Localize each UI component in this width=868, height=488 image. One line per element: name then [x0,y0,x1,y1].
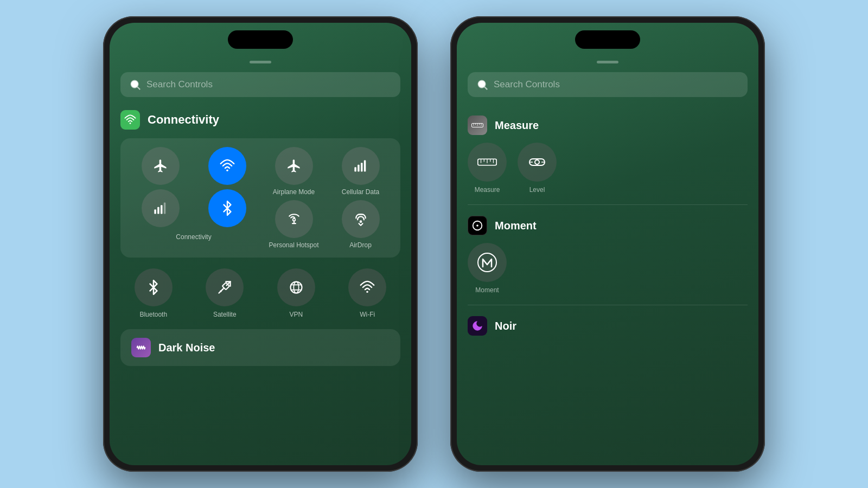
airdrop-icon [353,211,368,227]
vpn-standalone-item[interactable]: VPN [263,268,329,318]
level-app-button[interactable] [518,143,557,182]
measure-app-item[interactable]: Measure [468,143,507,194]
cellular-button[interactable] [142,189,180,227]
svg-rect-11 [363,160,366,172]
bluetooth-standalone-button[interactable] [135,268,173,306]
moment-section-icon [468,216,487,235]
right-search-icon [476,79,488,91]
airdrop-item[interactable]: AirDrop [329,200,392,249]
airplane-standalone-item[interactable]: Airplane Mode [263,147,325,196]
airplane-icon [153,158,168,174]
svg-rect-10 [361,163,363,171]
moment-app-item[interactable]: Moment [468,243,507,294]
connectivity-title: Connectivity [148,113,219,127]
connectivity-group-label: Connectivity [176,233,211,241]
airplane-label: Airplane Mode [273,188,315,196]
right-phone: Search Controls Measu [450,16,765,472]
bluetooth-standalone-item[interactable]: Bluetooth [120,268,187,318]
wifi-standalone-button[interactable] [348,268,386,306]
airplane-button[interactable] [142,147,180,185]
dark-noise-section[interactable]: Dark Noise [120,329,400,366]
hotspot-item[interactable]: Personal Hotspot [263,200,325,249]
ruler-section-icon [471,121,483,129]
connectivity-right-grid: Airplane Mode [263,147,392,249]
connectivity-header: Connectivity [120,110,400,130]
noir-section-icon [468,316,487,336]
svg-rect-9 [358,165,360,172]
airplane-standalone-button[interactable] [275,147,313,185]
svg-line-1 [137,87,140,89]
hotspot-button[interactable] [275,200,313,238]
svg-point-44 [478,253,496,272]
moment-app-label: Moment [475,286,499,294]
dynamic-island [228,30,293,49]
right-search-bar[interactable]: Search Controls [468,72,748,97]
level-icon [528,153,546,171]
measure-section-icon [468,115,487,135]
noir-header: Noir [468,311,748,343]
measure-items-row: Measure Level [468,143,748,201]
svg-point-23 [367,291,369,293]
svg-point-39 [535,160,539,164]
bluetooth-large-icon [146,280,161,295]
right-screen-content: Search Controls Measu [457,23,758,465]
airdrop-button[interactable] [342,200,380,238]
soundwave-icon [135,342,147,354]
svg-point-20 [293,282,298,293]
svg-point-3 [226,169,228,171]
moment-m-icon [477,253,497,272]
vpn-icon [289,280,304,295]
noir-moon-icon [471,320,483,332]
dark-noise-title: Dark Noise [158,342,215,354]
moment-app-button[interactable] [468,243,507,282]
hotspot-icon [286,211,302,227]
svg-point-18 [220,290,222,292]
svg-point-24 [478,81,486,88]
wifi-conn-button[interactable] [208,147,246,185]
vpn-label: VPN [289,311,303,318]
search-icon [129,79,141,91]
moment-title: Moment [495,220,537,232]
noir-section: Noir [468,311,748,343]
left-search-bar[interactable]: Search Controls [120,72,400,97]
cellular-item[interactable] [129,189,192,227]
left-phone: Search Controls Connectivity [103,16,418,472]
dark-noise-icon [131,338,151,357]
cellular-data-item[interactable]: Cellular Data [329,147,392,196]
wifi-section-icon [124,114,136,126]
cellular-data-label: Cellular Data [342,188,379,196]
drag-indicator [250,61,271,63]
moment-section: Moment Moment [468,210,748,305]
connectivity-left-grid: Connectivity [129,147,258,249]
left-screen-content: Search Controls Connectivity [110,23,411,465]
airplane-item[interactable] [129,147,192,185]
bluetooth-conn-icon [220,201,235,216]
level-app-item[interactable]: Level [518,143,557,194]
measure-app-label: Measure [475,186,500,194]
noir-title: Noir [495,320,516,332]
wifi-label: Wi-Fi [360,311,375,318]
satellite-standalone-item[interactable]: Satellite [192,268,258,318]
svg-rect-7 [163,203,165,214]
vpn-button[interactable] [277,268,315,306]
bluetooth-small-button[interactable] [208,189,246,227]
level-app-label: Level [529,186,545,194]
svg-rect-8 [354,167,356,171]
svg-point-0 [131,81,138,88]
cellular-data-icon [353,158,368,174]
satellite-button[interactable] [206,268,244,306]
svg-point-12 [359,220,362,223]
wifi-conn-item[interactable] [196,147,258,185]
cellular-data-button[interactable] [342,147,380,185]
left-search-placeholder: Search Controls [146,79,213,90]
bluetooth-small-item[interactable] [196,189,258,227]
connectivity-grid: Connectivity [120,138,400,258]
measure-app-button[interactable] [468,143,507,182]
measure-header: Measure [468,110,748,143]
svg-point-43 [476,224,478,227]
moment-ring-icon [471,220,483,232]
measure-ruler-icon [477,156,497,169]
connectivity-inner: Connectivity [129,147,392,249]
conn-right-items: Airplane Mode [263,147,392,249]
wifi-standalone-item[interactable]: Wi-Fi [335,268,401,318]
